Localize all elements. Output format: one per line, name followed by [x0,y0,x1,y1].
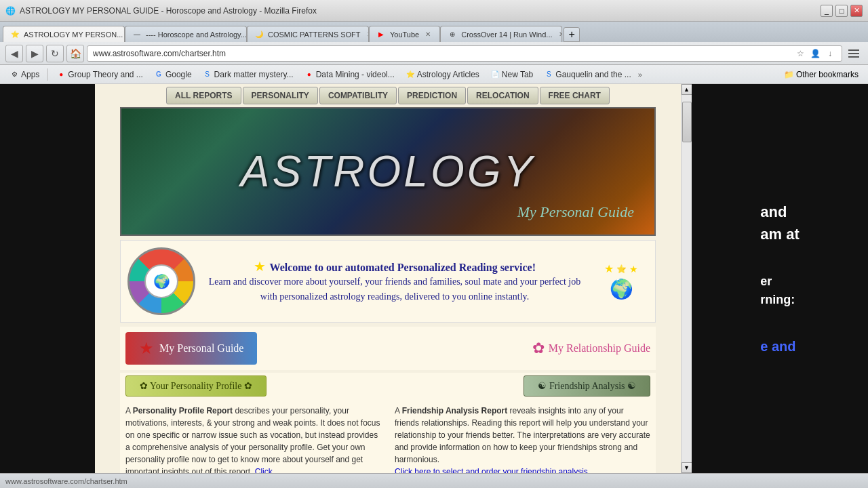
address-text: www.astrosoftware.com/chartser.htm [93,49,794,58]
maximize-button[interactable]: □ [835,5,848,17]
close-button[interactable]: ✕ [850,5,863,17]
bookmarks-apps[interactable]: ⚙ Apps [5,68,43,81]
minimize-button[interactable]: _ [821,5,833,17]
personality-profile-button[interactable]: ✿ Your Personality Profile ✿ [125,375,267,396]
tab-label-crossover: CrossOver 14 | Run Wind... [461,30,552,39]
tab-favicon-horoscope: — [132,30,142,39]
address-bar[interactable]: www.astrosoftware.com/chartser.htm ☆ 👤 ↓ [87,45,842,62]
side-line-4: rning: [760,291,799,309]
scroll-down-button[interactable]: ▼ [682,462,692,473]
tab-label-astrology: ASTROLOGY MY PERSON... [24,30,123,39]
globe-icon: 🌍 [610,278,633,300]
bookmarks-group-theory-label: Group Theory and ... [68,70,143,79]
side-line-1: and [760,201,799,223]
bookmarks-group-theory[interactable]: ● Group Theory and ... [52,68,147,81]
star-3: ★ [629,264,638,274]
nav-free-chart[interactable]: FREE CHART [540,87,610,104]
profiles-section: ✿ Your Personality Profile ✿ ☯ Friendshi… [120,373,656,399]
firefox-menu-button[interactable] [845,45,863,62]
stars-decoration: ★ ⭐ ★ 🌍 [594,262,648,300]
tab-label-horoscope: ---- Horoscope and Astrology... [146,30,247,39]
tab-favicon-youtube: ▶ [376,30,386,39]
bookmarks-overflow[interactable]: » [638,70,642,79]
astrology-banner: ASTROLOGY My Personal Guide [120,107,656,236]
personal-guide-label: My Personal Guide [159,342,243,354]
side-line-5: e and [760,336,799,357]
new-tab-bm-favicon: 📄 [490,70,500,79]
scrollbar-track[interactable] [682,95,692,462]
tab-bar: ⭐ ASTROLOGY MY PERSON... ✕ — ---- Horosc… [0,22,868,42]
bookmarks-other[interactable]: 📁 Other bookmarks [780,68,863,81]
tab-close-crossover[interactable]: ✕ [557,30,563,39]
browser-favicon: 🌐 [5,6,16,16]
status-bar: www.astrosoftware.com/chartser.htm [0,473,868,488]
site-wrapper: ALL REPORTS PERSONALITY COMPATIBLITY PRE… [95,84,681,473]
descriptions-section: A Personality Profile Report describes y… [120,399,656,473]
welcome-heading: Welcome to our automated Personalized Re… [270,262,536,273]
tab-label-cosmic: COSMIC PATTERNS SOFT [268,30,361,39]
bookmarks-new-tab-label: New Tab [502,70,533,79]
bookmark-separator-1 [47,68,48,81]
full-page: ALL REPORTS PERSONALITY COMPATIBLITY PRE… [120,84,656,473]
bookmarks-astrology-articles-label: Astrology Articles [417,70,479,79]
tab-close-youtube[interactable]: ✕ [423,30,433,39]
tab-astrology[interactable]: ⭐ ASTROLOGY MY PERSON... ✕ [3,26,125,42]
star-decoration-left: ★ [254,259,270,274]
back-button[interactable]: ◀ [5,45,23,62]
reader-icon[interactable]: 👤 [809,47,821,60]
side-line-3: er [760,272,799,291]
nav-relocation[interactable]: RELOCATION [467,87,538,104]
nav-prediction[interactable]: PREDICTION [398,87,466,104]
bookmarks-gauquelin[interactable]: S Gauquelin and the ... [540,68,635,81]
relationship-guide-label: My Relationship Guide [549,342,650,354]
window-controls: _ □ ✕ [821,5,863,17]
zodiac-wheel: 🌍 [127,247,195,315]
tab-favicon-cosmic: 🌙 [254,30,264,39]
new-tab-button[interactable]: + [564,27,580,42]
personality-click-link[interactable]: Click [255,467,273,473]
nav-compatiblity[interactable]: COMPATIBLITY [319,87,397,104]
bookmarks-google[interactable]: G Google [150,68,196,81]
relationship-guide-button[interactable]: ✿ My Relationship Guide [532,332,650,365]
friendship-order-link[interactable]: Click here to select and order your frie… [395,467,590,473]
tab-crossover[interactable]: ⊕ CrossOver 14 | Run Wind... ✕ [440,26,562,42]
tab-horoscope[interactable]: — ---- Horoscope and Astrology... ✕ [125,26,247,42]
address-icons: ☆ 👤 ↓ [794,47,836,60]
bookmarks-astrology-articles[interactable]: ⭐ Astrology Articles [401,68,484,81]
bookmarks-data-mining[interactable]: ● Data Mining - videol... [300,68,399,81]
friendship-desc-intro: A [395,406,402,415]
page-content: ALL REPORTS PERSONALITY COMPATIBLITY PRE… [0,84,868,473]
scrollbar: ▲ ▼ [681,84,692,473]
tab-youtube[interactable]: ▶ YouTube ✕ [369,26,440,42]
left-gutter [0,84,95,473]
home-button[interactable]: 🏠 [66,45,84,62]
group-theory-favicon: ● [56,70,66,79]
nav-all-reports[interactable]: ALL REPORTS [166,87,241,104]
bookmark-star-icon[interactable]: ☆ [794,47,806,60]
scroll-up-button[interactable]: ▲ [682,84,692,95]
personal-guide-button[interactable]: ★ My Personal Guide [125,332,257,365]
tab-cosmic[interactable]: 🌙 COSMIC PATTERNS SOFT ✕ [247,26,369,42]
flower-icon: ✿ [532,340,545,357]
star-1: ★ [604,262,614,275]
window-title: ASTROLOGY MY PERSONAL GUIDE - Horoscope … [20,6,317,16]
nav-personality[interactable]: PERSONALITY [243,87,318,104]
scrollbar-thumb[interactable] [682,102,692,142]
star-2: ⭐ [616,264,627,274]
friendship-report-name: Friendship Analysis Report [402,406,508,415]
guides-section: ★ My Personal Guide ✿ My Relationship Gu… [120,327,656,370]
zodiac-inner: 🌍 [144,264,178,298]
tab-label-youtube: YouTube [390,30,419,39]
banner-title: ASTROLOGY [241,146,535,197]
side-panel-text: and am at er rning: e and [747,187,812,370]
bookmarks-new-tab[interactable]: 📄 New Tab [486,68,537,81]
forward-button[interactable]: ▶ [26,45,43,62]
bookmarks-dark-matter[interactable]: S Dark matter mystery... [199,68,298,81]
other-bookmarks-folder-icon: 📁 [784,70,794,79]
bookmarks-apps-label: Apps [21,70,39,79]
downloads-icon[interactable]: ↓ [824,47,836,60]
friendship-analysis-button[interactable]: ☯ Friendship Analysis ☯ [524,375,650,396]
reload-button[interactable]: ↻ [46,45,64,62]
title-bar: 🌐 ASTROLOGY MY PERSONAL GUIDE - Horoscop… [0,0,868,22]
data-mining-favicon: ● [304,70,314,79]
